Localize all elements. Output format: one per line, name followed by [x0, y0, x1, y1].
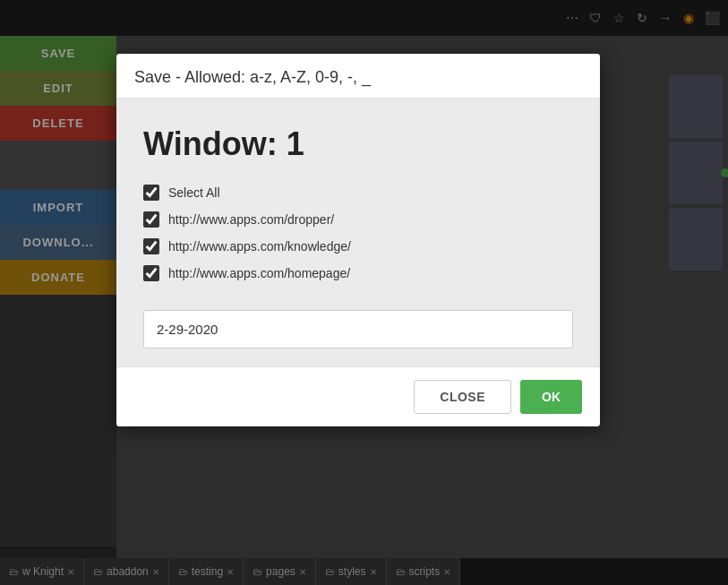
dialog-body: Window: 1 Select All http://www.apps.com… [116, 99, 600, 366]
ok-button[interactable]: OK [520, 380, 582, 414]
checkbox-dropper[interactable] [143, 211, 159, 228]
label-homepage: http://www.apps.com/homepage/ [168, 266, 350, 280]
checkbox-row-2: http://www.apps.com/knowledge/ [143, 238, 573, 254]
dialog-header: Save - Allowed: a-z, A-Z, 0-9, -, _ [116, 54, 600, 99]
checkbox-knowledge[interactable] [143, 238, 159, 254]
dialog-title: Save - Allowed: a-z, A-Z, 0-9, -, _ [134, 68, 582, 87]
label-knowledge: http://www.apps.com/knowledge/ [168, 239, 351, 254]
checkbox-homepage[interactable] [143, 265, 159, 281]
select-all-label: Select All [168, 185, 220, 200]
select-all-checkbox[interactable] [143, 185, 159, 201]
label-dropper: http://www.apps.com/dropper/ [168, 212, 334, 227]
window-label: Window: 1 [143, 125, 573, 163]
dialog-footer: CLOSE OK [116, 366, 600, 426]
close-button[interactable]: CLOSE [414, 380, 511, 414]
checkbox-row-3: http://www.apps.com/homepage/ [143, 265, 573, 281]
checkbox-row-1: http://www.apps.com/dropper/ [143, 211, 573, 228]
date-input[interactable] [143, 310, 573, 348]
select-all-row: Select All [143, 185, 573, 201]
save-dialog: Save - Allowed: a-z, A-Z, 0-9, -, _ Wind… [116, 54, 600, 426]
